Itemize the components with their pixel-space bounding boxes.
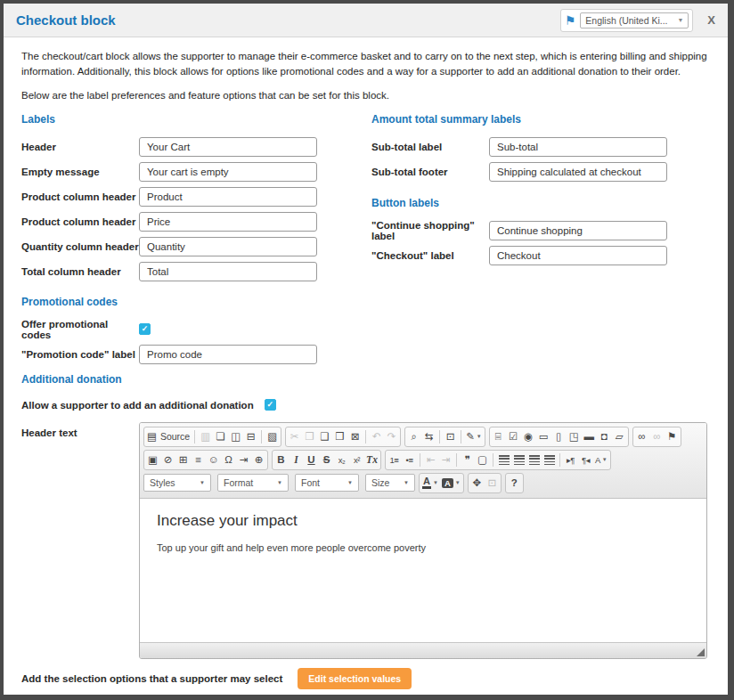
editor-resize-handle[interactable] [697, 648, 705, 656]
offer-promo-codes-checkbox[interactable]: ✓ [139, 323, 151, 335]
subtotal-label-input[interactable] [489, 137, 667, 157]
about-icon: ? [511, 478, 518, 489]
editor-toolbar: ▤Source▥❏◫⊟▧✂❐❑❒⊠↶↷⌕⇆⊡✎▼⌸☑◉▭▯◳▬◘▱∞∞⚑▣⊘⊞≡… [140, 423, 706, 499]
preview-icon: ◫ [231, 432, 241, 443]
div-container-button[interactable]: ▢ [475, 452, 490, 468]
italic-button[interactable]: I [289, 452, 304, 468]
format-dropdown[interactable]: Format▼ [217, 474, 289, 492]
find-button[interactable]: ⌕ [406, 428, 421, 445]
text-direction-ltr-button[interactable]: ▸¶ [563, 452, 578, 468]
text-field-button[interactable]: ▭ [536, 428, 551, 445]
allow-additional-donation-checkbox[interactable]: ✓ [265, 399, 276, 411]
image-button-field-icon: ◘ [601, 432, 608, 443]
paste-as-text-button[interactable]: ❒ [332, 428, 347, 445]
page-title: Checkout block [16, 12, 116, 28]
smiley-button[interactable]: ☺ [206, 452, 221, 468]
templates-button[interactable]: ▧ [265, 428, 280, 445]
text-color-button[interactable]: A▼ [420, 475, 440, 492]
checkout-label-input[interactable] [489, 246, 667, 265]
toolbar-group: 1≡•≡⇤⇥❞▢▸¶¶◂A▼ [385, 450, 611, 470]
field-label: Sub-total label [371, 142, 489, 152]
toolbar-group: ✂❐❑❒⊠↶↷ [285, 427, 401, 447]
dialog-titlebar: Checkout block ⚑ English (United Ki... ▼… [4, 4, 728, 37]
toolbar-separator [365, 430, 366, 444]
anchor-button[interactable]: ⚑ [665, 428, 680, 445]
form-button[interactable]: ⌸ [491, 428, 506, 445]
quantity-column-input[interactable] [139, 237, 317, 256]
maximize-button[interactable]: ✥ [469, 475, 485, 492]
subscript-button[interactable]: x₂ [334, 452, 349, 468]
align-center-icon [514, 455, 525, 465]
subtotal-footer-input[interactable] [489, 162, 667, 182]
hidden-field-button[interactable]: ▱ [612, 428, 627, 445]
align-right-button[interactable] [526, 452, 542, 468]
undo-button: ↶ [369, 428, 384, 445]
preview-button[interactable]: ◫ [228, 428, 243, 445]
align-justify-button[interactable] [542, 452, 557, 468]
align-center-button[interactable] [511, 452, 526, 468]
empty-message-input[interactable] [139, 162, 317, 182]
price-column-input[interactable] [139, 212, 317, 232]
product-column-input[interactable] [139, 187, 317, 207]
radio-field-button[interactable]: ◉ [521, 428, 536, 445]
align-left-button[interactable] [496, 452, 511, 468]
strikethrough-button[interactable]: S [319, 452, 334, 468]
replace-icon: ⇆ [425, 432, 434, 443]
close-button[interactable]: X [707, 13, 715, 27]
background-color-button[interactable]: A▼ [440, 475, 462, 492]
link-button[interactable]: ∞ [634, 428, 649, 445]
replace-button[interactable]: ⇆ [421, 428, 436, 445]
flash-icon: ⊘ [164, 455, 173, 466]
button-field-button[interactable]: ▬ [582, 428, 597, 445]
form-icon: ⌸ [495, 432, 502, 443]
size-dropdown[interactable]: Size▼ [365, 474, 415, 492]
superscript-button[interactable]: x² [349, 452, 364, 468]
promo-code-label-input[interactable] [139, 345, 317, 364]
language-selector: ⚑ English (United Ki... ▼ [560, 9, 694, 32]
flash-button[interactable]: ⊘ [160, 452, 175, 468]
language-button[interactable]: A▼ [593, 452, 609, 468]
header-input[interactable] [139, 137, 317, 157]
total-column-input[interactable] [139, 262, 317, 281]
cut-button: ✂ [287, 428, 302, 445]
blockquote-button[interactable]: ❞ [460, 452, 475, 468]
image-button[interactable]: ▣ [145, 452, 160, 468]
numbered-list-button[interactable]: 1≡ [387, 452, 402, 468]
underline-button[interactable]: U [304, 452, 319, 468]
copy-button: ❐ [302, 428, 317, 445]
bold-button[interactable]: B [273, 452, 289, 468]
font-dropdown[interactable]: Font▼ [295, 474, 359, 492]
image-button-field-button[interactable]: ◘ [597, 428, 612, 445]
iframe-button[interactable]: ⊕ [251, 452, 266, 468]
selection-field-button[interactable]: ◳ [567, 428, 582, 445]
special-character-button[interactable]: Ω [221, 452, 236, 468]
increase-indent-button: ⇥ [438, 452, 453, 468]
styles-dropdown[interactable]: Styles▼ [143, 474, 211, 492]
paste-button[interactable]: ❑ [317, 428, 332, 445]
field-row-promo-code: "Promotion code" label [21, 345, 710, 364]
table-button[interactable]: ⊞ [175, 452, 191, 468]
text-direction-rtl-button[interactable]: ¶◂ [578, 452, 593, 468]
horizontal-rule-button[interactable]: ≡ [191, 452, 206, 468]
textarea-field-button[interactable]: ▯ [551, 428, 567, 445]
edit-selection-values-button[interactable]: Edit selection values [298, 668, 412, 689]
editor-content[interactable]: Increase your impact Top up your gift an… [140, 499, 706, 643]
strikethrough-icon: S [323, 455, 330, 466]
paste-from-word-button[interactable]: ⊠ [347, 428, 363, 445]
toolbar-separator [194, 430, 195, 444]
remove-format-button[interactable]: Tx [364, 452, 379, 468]
page-break-button[interactable]: ⇥ [236, 452, 251, 468]
source-button[interactable]: ▤Source [145, 428, 192, 445]
spell-check-button[interactable]: ✎▼ [464, 428, 484, 445]
print-button[interactable]: ⊟ [243, 428, 258, 445]
field-row-header: Header [21, 137, 371, 157]
about-button[interactable]: ? [507, 475, 522, 492]
new-page-button[interactable]: ❏ [213, 428, 228, 445]
language-dropdown[interactable]: English (United Ki... ▼ [580, 12, 689, 28]
bulleted-list-button[interactable]: •≡ [402, 452, 417, 468]
checkbox-field-button[interactable]: ☑ [506, 428, 521, 445]
field-label: Product column header [21, 216, 139, 227]
select-all-button[interactable]: ⊡ [443, 428, 458, 445]
continue-shopping-input[interactable] [489, 221, 667, 240]
rich-text-editor: ▤Source▥❏◫⊟▧✂❐❑❒⊠↶↷⌕⇆⊡✎▼⌸☑◉▭▯◳▬◘▱∞∞⚑▣⊘⊞≡… [139, 422, 707, 659]
